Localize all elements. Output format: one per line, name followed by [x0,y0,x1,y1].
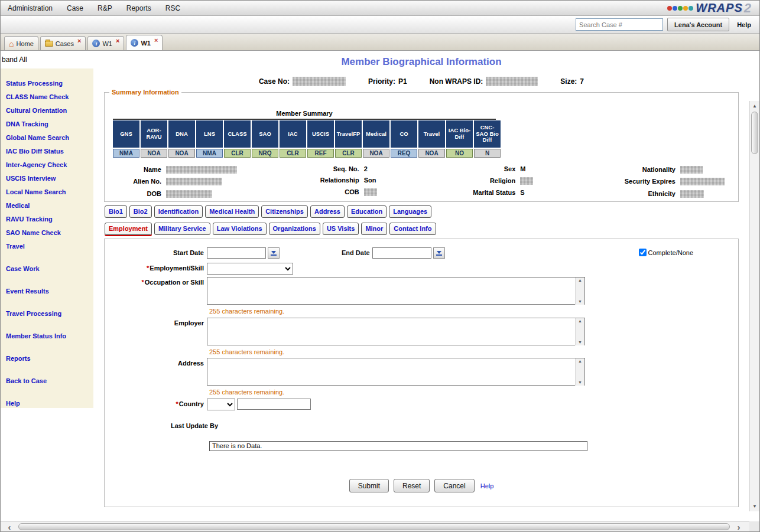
employment-skill-select[interactable] [207,263,293,275]
textarea-scrollbar[interactable]: ▲ ▼ [575,278,584,305]
cancel-button[interactable]: Cancel [434,479,474,492]
main-panel: Member Biographical Information Case No:… [93,51,749,521]
start-date-picker-icon[interactable] [268,247,280,259]
scroll-up-icon[interactable]: ▲ [750,101,759,111]
bio-tab-military-service[interactable]: Military Service [154,223,210,235]
close-icon[interactable]: × [154,38,158,43]
bio-tab-citizenships[interactable]: Citizenships [261,205,308,218]
content-area: band All Status Processing CLASS Name Ch… [1,51,759,521]
bio-tab-bio1[interactable]: Bio1 [105,205,127,218]
bio-tab-identification[interactable]: Identification [154,205,203,218]
textarea-scrollbar[interactable]: ▲ ▼ [575,318,584,345]
tab-w1-first[interactable]: i W1 × [87,36,124,50]
sidebar-item-uscis-interview[interactable]: USCIS Interview [6,172,91,185]
scroll-down-icon[interactable]: ▼ [578,340,582,345]
horizontal-scrollbar[interactable]: ‹ › [1,521,759,531]
bio-tab-education[interactable]: Education [347,205,387,218]
sidebar-item-travel[interactable]: Travel [6,240,91,253]
summary-status-badge: REQ [391,149,417,158]
summary-column-header: USCIS [307,120,334,148]
bio-tab-us-visits[interactable]: US Visits [323,223,359,235]
close-icon[interactable]: × [77,38,81,44]
sidebar-item-case-work[interactable]: Case Work [6,262,91,276]
menu-reports[interactable]: Reports [125,4,158,12]
account-button[interactable]: Lena's Account [667,18,729,31]
scroll-up-icon[interactable]: ▲ [578,359,582,364]
required-marker: * [176,400,178,407]
sidebar-item-inter-agency-check[interactable]: Inter-Agency Check [6,158,91,172]
scroll-down-icon[interactable]: ▼ [578,299,582,304]
case-no-label: Case No: [259,77,290,86]
sidebar-item-member-status-info[interactable]: Member Status Info [6,329,91,343]
reset-button[interactable]: Reset [394,479,430,492]
tab-cases[interactable]: Cases × [40,36,86,50]
scroll-left-icon[interactable]: ‹ [3,522,16,531]
employment-form: Start Date End Date Complete/None *Emplo… [104,239,739,507]
scroll-up-icon[interactable]: ▲ [578,278,582,283]
address-textarea[interactable] [207,358,585,386]
sidebar-item-global-name-search[interactable]: Global Name Search [6,131,91,145]
scroll-right-icon[interactable]: › [732,522,745,531]
bio-tab-medical-health[interactable]: Medical Health [205,205,259,218]
search-case-input[interactable] [576,18,663,31]
detail-row: Relationship Son [299,177,405,184]
summary-column: IAC Bio-Diff NO [446,120,473,158]
summary-status-badge: CLR [335,149,362,158]
sidebar-item-reports[interactable]: Reports [6,352,91,365]
sidebar-item-dna-tracking[interactable]: DNA Tracking [6,118,91,131]
sidebar-item-help[interactable]: Help [6,397,91,410]
sidebar-item-medical[interactable]: Medical [6,199,91,213]
sidebar-item-class-name-check[interactable]: CLASS Name Check [6,90,91,104]
sidebar-item-ravu-tracking[interactable]: RAVU Tracking [6,213,91,226]
menu-administration[interactable]: Administration [7,4,60,12]
scroll-down-icon[interactable]: ▼ [750,501,759,511]
bio-tab-organizations[interactable]: Organizations [269,223,320,235]
summary-information-legend: Summary Information [109,89,181,96]
help-menu[interactable]: Help [733,21,755,28]
country-input[interactable] [237,399,311,410]
bio-tab-minor[interactable]: Minor [361,223,387,235]
occupation-textarea[interactable] [207,277,585,305]
tab-w1-active[interactable]: i W1 × [126,35,163,50]
close-icon[interactable]: × [116,38,119,44]
bio-tab-law-violations[interactable]: Law Violations [213,223,267,235]
complete-none-checkbox[interactable] [639,249,647,256]
menu-rp[interactable]: R&P [96,4,119,12]
end-date-picker-icon[interactable] [433,247,445,259]
bio-tab-bio2[interactable]: Bio2 [129,205,152,218]
menu-case[interactable]: Case [66,4,90,12]
sidebar-item-event-results[interactable]: Event Results [6,285,91,298]
bio-tab-address[interactable]: Address [310,205,345,218]
submit-button[interactable]: Submit [349,479,389,492]
sidebar-item-sao-name-check[interactable]: SAO Name Check [6,226,91,240]
horizontal-scroll-thumb[interactable] [18,523,730,530]
employer-textarea[interactable] [207,318,585,345]
sidebar-item-travel-processing[interactable]: Travel Processing [6,307,91,321]
country-select[interactable] [207,399,235,410]
vertical-scroll-thumb[interactable] [751,112,758,154]
bio-tab-contact-info[interactable]: Contact Info [389,223,436,235]
sidebar-item-local-name-search[interactable]: Local Name Search [6,185,91,199]
details-column-2: Seq. No. 2 Relationship Son COB [299,165,405,198]
scroll-down-icon[interactable]: ▼ [578,380,582,385]
summary-column: Medical NOA [363,120,389,158]
vertical-scrollbar[interactable]: ▲ ▼ [749,101,759,511]
scroll-up-icon[interactable]: ▲ [578,319,582,324]
bio-tab-employment[interactable]: Employment [105,223,152,235]
relationship-value: Son [364,177,405,184]
sidebar-item-iac-bio-diff-status[interactable]: IAC Bio Diff Status [6,145,91,158]
textarea-scrollbar[interactable]: ▲ ▼ [575,358,584,386]
sidebar-item-status-processing[interactable]: Status Processing [6,77,91,90]
tab-home[interactable]: ⌂ Home [4,36,38,50]
menu-rsc[interactable]: RSC [164,4,187,12]
expand-all-link[interactable]: band All [2,56,27,64]
redacted-ethnicity [680,190,704,198]
start-date-input[interactable] [207,247,266,259]
summary-column-header: GNS [113,120,139,148]
sidebar-item-back-to-case[interactable]: Back to Case [6,374,91,388]
end-date-input[interactable] [372,247,431,259]
summary-column: GNS NMA [113,120,139,158]
form-help-link[interactable]: Help [480,482,494,489]
bio-tab-languages[interactable]: Languages [389,205,431,218]
sidebar-item-cultural-orientation[interactable]: Cultural Orientation [6,104,91,118]
